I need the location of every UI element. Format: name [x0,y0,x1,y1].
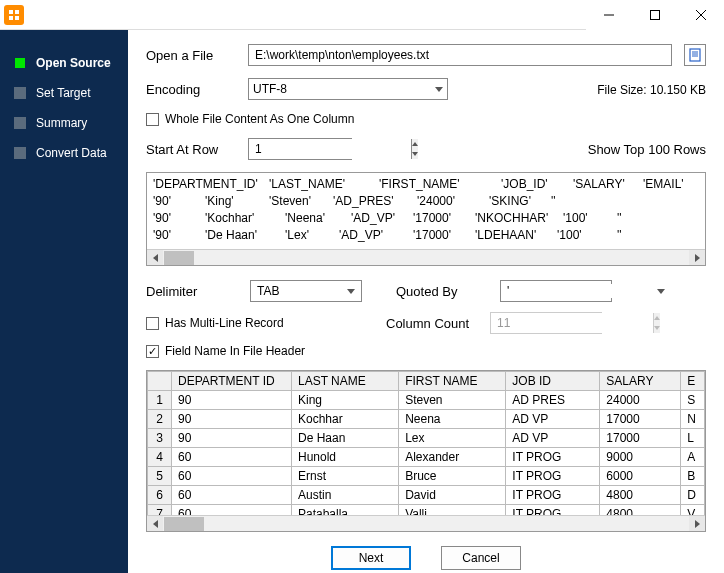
table-cell[interactable]: Ernst [291,467,398,486]
table-cell[interactable]: A [681,448,705,467]
table-cell[interactable]: Lex [399,429,506,448]
table-cell[interactable]: David [399,486,506,505]
browse-file-button[interactable] [684,44,706,66]
multiline-checkbox[interactable] [146,317,159,330]
quoted-by-input[interactable] [507,284,657,298]
field-header-label: Field Name In File Header [165,344,305,358]
file-path-input[interactable] [248,44,672,66]
field-header-checkbox[interactable] [146,345,159,358]
spinner-up-button[interactable] [654,313,660,323]
table-cell[interactable]: S [681,391,705,410]
scroll-right-button[interactable] [689,250,705,266]
table-row[interactable]: 290KochharNeenaAD VP17000N [148,410,705,429]
table-row[interactable]: 190KingStevenAD PRES24000S [148,391,705,410]
column-header[interactable]: LAST NAME [291,372,398,391]
quoted-by-label: Quoted By [396,284,486,299]
table-cell[interactable]: 60 [172,448,292,467]
table-cell[interactable]: AD VP [506,429,600,448]
table-h-scrollbar[interactable] [147,515,705,531]
table-cell[interactable]: 90 [172,410,292,429]
svg-rect-1 [15,10,19,14]
preview-h-scrollbar[interactable] [147,249,705,265]
whole-file-label: Whole File Content As One Column [165,112,354,126]
quoted-by-select[interactable] [500,280,612,302]
step-indicator-icon [14,87,26,99]
table-row[interactable]: 390De HaanLexAD VP17000L [148,429,705,448]
svg-rect-0 [9,10,13,14]
sidebar-item-summary[interactable]: Summary [0,108,128,138]
table-cell[interactable]: 24000 [600,391,681,410]
svg-rect-3 [15,16,19,20]
table-cell[interactable]: Bruce [399,467,506,486]
delimiter-select[interactable]: TAB [250,280,362,302]
table-cell[interactable]: King [291,391,398,410]
open-file-label: Open a File [146,48,236,63]
raw-preview-box: 'DEPARTMENT_ID''LAST_NAME''FIRST_NAME''J… [146,172,706,266]
column-header[interactable]: JOB ID [506,372,600,391]
table-cell[interactable]: Kochhar [291,410,398,429]
cancel-button[interactable]: Cancel [441,546,521,570]
table-cell[interactable]: Alexander [399,448,506,467]
table-cell[interactable]: IT PROG [506,448,600,467]
table-cell[interactable]: Hunold [291,448,398,467]
start-row-label: Start At Row [146,142,236,157]
encoding-select[interactable]: UTF-8 [248,78,448,100]
next-button[interactable]: Next [331,546,411,570]
table-cell[interactable]: D [681,486,705,505]
svg-rect-2 [9,16,13,20]
table-cell[interactable]: 9000 [600,448,681,467]
scroll-left-button[interactable] [147,250,163,266]
table-cell[interactable]: 90 [172,391,292,410]
delimiter-label: Delimiter [146,284,236,299]
data-table-container: DEPARTMENT IDLAST NAMEFIRST NAMEJOB IDSA… [146,370,706,532]
row-number: 2 [148,410,172,429]
column-header[interactable]: DEPARTMENT ID [172,372,292,391]
table-cell[interactable]: Austin [291,486,398,505]
sidebar-item-open-source[interactable]: Open Source [0,48,128,78]
sidebar: Open Source Set Target Summary Convert D… [0,30,128,573]
scroll-left-button[interactable] [147,516,163,532]
table-cell[interactable]: 17000 [600,429,681,448]
table-cell[interactable]: Neena [399,410,506,429]
spinner-up-button[interactable] [412,139,418,149]
table-cell[interactable]: 60 [172,486,292,505]
table-cell[interactable]: L [681,429,705,448]
table-cell[interactable]: Steven [399,391,506,410]
preview-line: 'DEPARTMENT_ID''LAST_NAME''FIRST_NAME''J… [153,177,699,194]
start-row-input[interactable] [249,139,411,159]
table-cell[interactable]: 60 [172,467,292,486]
minimize-button[interactable] [586,0,632,30]
sidebar-item-set-target[interactable]: Set Target [0,78,128,108]
table-cell[interactable]: IT PROG [506,467,600,486]
start-row-spinner[interactable] [248,138,352,160]
table-cell[interactable]: AD VP [506,410,600,429]
table-cell[interactable]: 90 [172,429,292,448]
scroll-thumb[interactable] [164,517,204,531]
close-button[interactable] [678,0,724,30]
table-cell[interactable]: N [681,410,705,429]
chevron-down-icon [347,289,355,294]
table-cell[interactable]: AD PRES [506,391,600,410]
step-indicator-icon [14,147,26,159]
column-header[interactable]: FIRST NAME [399,372,506,391]
table-row[interactable]: 560ErnstBruceIT PROG6000B [148,467,705,486]
table-cell[interactable]: IT PROG [506,486,600,505]
table-cell[interactable]: B [681,467,705,486]
spinner-down-button[interactable] [654,323,660,333]
scroll-thumb[interactable] [164,251,194,265]
column-count-field [490,312,602,334]
table-cell[interactable]: 4800 [600,486,681,505]
whole-file-checkbox[interactable] [146,113,159,126]
table-cell[interactable]: 6000 [600,467,681,486]
column-header[interactable]: E [681,372,705,391]
file-size-label: File Size: 10.150 KB [597,82,706,97]
column-header[interactable]: SALARY [600,372,681,391]
maximize-button[interactable] [632,0,678,30]
sidebar-item-convert-data[interactable]: Convert Data [0,138,128,168]
spinner-down-button[interactable] [412,149,418,159]
table-row[interactable]: 660AustinDavidIT PROG4800D [148,486,705,505]
table-cell[interactable]: De Haan [291,429,398,448]
table-cell[interactable]: 17000 [600,410,681,429]
table-row[interactable]: 460HunoldAlexanderIT PROG9000A [148,448,705,467]
scroll-right-button[interactable] [689,516,705,532]
